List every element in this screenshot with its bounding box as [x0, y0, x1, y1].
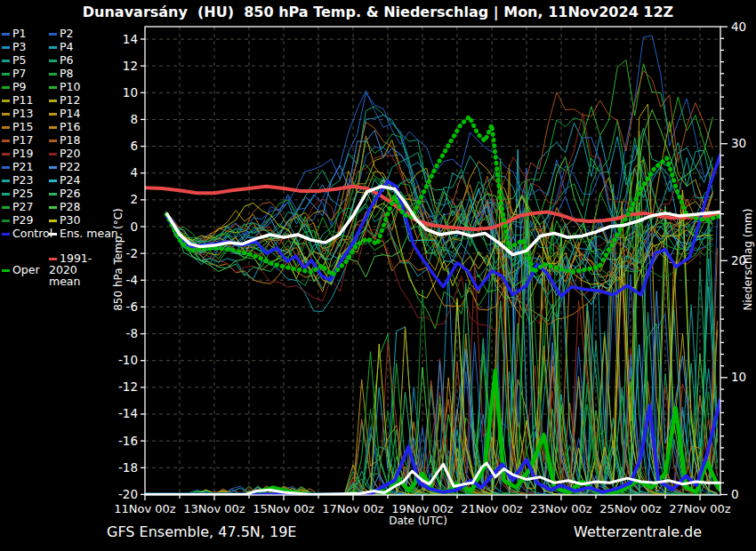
chart-plot-area: 14121086420-2-4-6-8-10-12-14-16-18-20010…	[0, 0, 756, 551]
x-tick-label: 27Nov 00z	[669, 502, 731, 515]
y-left-tick-label: -8	[126, 326, 138, 340]
x-tick-label: 15Nov 00z	[253, 502, 315, 515]
y-left-tick-label: -14	[118, 406, 138, 420]
y-left-tick-label: -18	[118, 460, 138, 475]
x-tick-label: 11Nov 00z	[114, 502, 176, 515]
y-left-tick-label: 6	[130, 139, 138, 153]
x-tick-label: 25Nov 00z	[599, 502, 662, 515]
y-left-tick-label: -6	[126, 299, 138, 314]
y-left-tick-label: -10	[118, 353, 138, 367]
y-right-tick-label: 40	[731, 20, 746, 34]
y-left-tick-label: -4	[126, 273, 138, 287]
meteogram-canvas: Dunavarsány (HU) 850 hPa Temp. & Nieders…	[0, 0, 756, 551]
y-left-tick-label: 0	[130, 220, 138, 234]
y-left-tick-label: 2	[130, 192, 138, 206]
y-left-tick-label: -16	[118, 434, 138, 448]
y-left-tick-label: 4	[130, 165, 138, 180]
y-right-tick-label: 20	[731, 253, 746, 268]
x-tick-label: 17Nov 00z	[322, 502, 384, 515]
y-right-tick-label: 10	[731, 370, 746, 384]
x-tick-label: 19Nov 00z	[391, 502, 454, 515]
x-tick-label: 21Nov 00z	[461, 502, 523, 515]
y-left-tick-label: 12	[123, 59, 138, 73]
y-left-tick-label: -12	[118, 379, 138, 394]
y-left-tick-label: -2	[126, 246, 138, 260]
y-right-tick-label: 0	[731, 487, 739, 501]
x-tick-label: 23Nov 00z	[530, 502, 592, 515]
x-tick-label: 13Nov 00z	[183, 502, 245, 515]
y-left-tick-label: 8	[130, 112, 138, 126]
y-left-tick-label: 14	[123, 32, 138, 46]
y-left-tick-label: 10	[123, 85, 138, 100]
y-right-tick-label: 30	[731, 136, 746, 150]
y-left-tick-label: -20	[118, 487, 138, 501]
